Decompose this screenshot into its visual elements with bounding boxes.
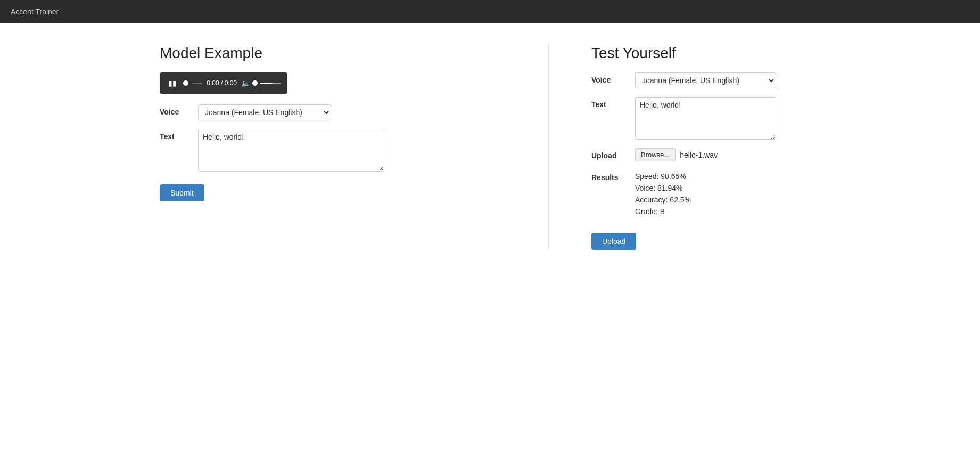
left-panel: Model Example ▮▮ 0:00 / 0:00 🔈 Voice xyxy=(0,45,549,250)
pause-button[interactable]: ▮▮ xyxy=(166,77,179,90)
volume-bar[interactable] xyxy=(260,83,281,84)
left-voice-select[interactable]: Joanna (Female, US English) xyxy=(198,104,331,120)
submit-button[interactable]: Submit xyxy=(160,184,204,201)
progress-dot xyxy=(183,80,188,86)
right-upload-label: Upload xyxy=(591,148,629,160)
result-speed: Speed: 98.65% xyxy=(635,172,691,181)
progress-container[interactable] xyxy=(183,80,202,86)
file-name-display: hello-1.wav xyxy=(680,151,718,159)
right-results-row: Results Speed: 98.65% Voice: 81.94% Accu… xyxy=(591,170,948,216)
progress-bar xyxy=(192,83,202,84)
volume-container: 🔈 xyxy=(241,79,281,87)
results-content: Speed: 98.65% Voice: 81.94% Accuracy: 62… xyxy=(635,170,691,216)
left-voice-label: Voice xyxy=(160,104,192,116)
app-title: Accent Trainer xyxy=(11,7,59,16)
right-text-input[interactable]: Hello, world! xyxy=(635,97,776,140)
browse-button[interactable]: Browse... xyxy=(635,148,676,161)
right-voice-select[interactable]: Joanna (Female, US English) xyxy=(635,72,776,88)
result-voice: Voice: 81.94% xyxy=(635,184,691,192)
result-grade: Grade: B xyxy=(635,207,691,216)
volume-fill xyxy=(260,83,273,84)
upload-button[interactable]: Upload xyxy=(591,233,636,250)
right-panel-title: Test Yourself xyxy=(591,45,948,62)
volume-icon[interactable]: 🔈 xyxy=(241,79,250,87)
left-panel-title: Model Example xyxy=(160,45,516,62)
left-voice-row: Voice Joanna (Female, US English) xyxy=(160,104,516,120)
right-text-row: Text Hello, world! xyxy=(591,97,948,140)
right-voice-label: Voice xyxy=(591,72,629,84)
file-upload-area: Browse... hello-1.wav xyxy=(635,148,718,161)
volume-dot xyxy=(252,80,258,86)
navbar: Accent Trainer xyxy=(0,0,980,23)
left-text-row: Text Hello, world! xyxy=(160,129,516,172)
right-text-label: Text xyxy=(591,97,629,109)
right-panel: Test Yourself Voice Joanna (Female, US E… xyxy=(549,45,980,250)
result-accuracy: Accuracy: 62.5% xyxy=(635,196,691,204)
right-results-label: Results xyxy=(591,170,629,182)
right-voice-row: Voice Joanna (Female, US English) xyxy=(591,72,948,88)
audio-player: ▮▮ 0:00 / 0:00 🔈 xyxy=(160,72,287,94)
right-upload-row: Upload Browse... hello-1.wav xyxy=(591,148,948,161)
left-text-label: Text xyxy=(160,129,192,141)
pause-icon: ▮▮ xyxy=(168,79,177,87)
time-display: 0:00 / 0:00 xyxy=(207,79,237,87)
main-content: Model Example ▮▮ 0:00 / 0:00 🔈 Voice xyxy=(0,23,980,271)
left-text-input[interactable]: Hello, world! xyxy=(198,129,384,172)
